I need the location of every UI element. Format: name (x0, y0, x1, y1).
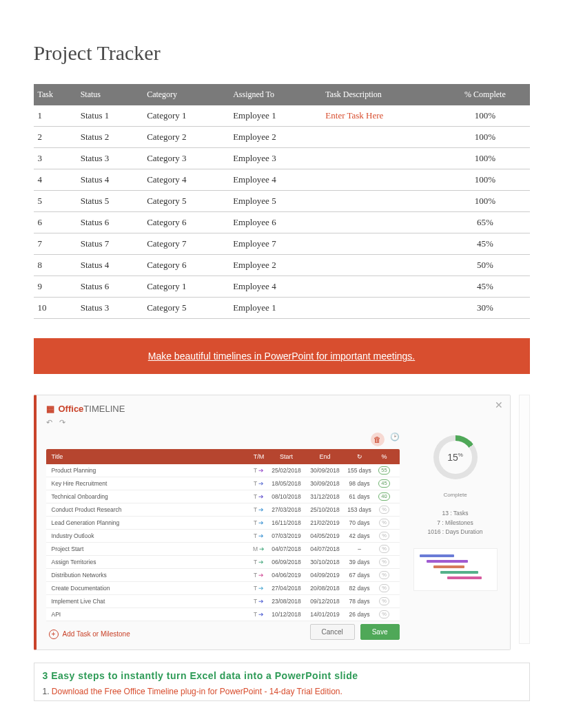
cell-category: Category 2 (143, 127, 229, 148)
download-link[interactable]: Download the Free Office Timeline plug-i… (52, 687, 342, 696)
timeline-row[interactable]: APIT ➔10/12/201814/01/201926 days% (46, 608, 400, 621)
cell-description[interactable] (321, 127, 440, 148)
cell-description[interactable] (321, 233, 440, 255)
cancel-button[interactable]: Cancel (310, 624, 355, 640)
timeline-row[interactable]: Implement Live ChatT ➔23/08/201809/12/20… (46, 595, 400, 608)
timeline-table-header: Title T/M Start End ↻ % (46, 449, 400, 464)
timeline-row[interactable]: Distribution NetworksT ➔04/06/201904/09/… (46, 569, 400, 582)
cell-category: Category 3 (143, 148, 229, 169)
table-row: 4Status 4Category 4Employee 4100% (34, 169, 530, 191)
cell-duration: 155 days (345, 467, 375, 474)
cell-duration: 70 days (345, 519, 375, 526)
arrow-icon: ➔ (258, 519, 264, 526)
arrow-icon: ➔ (258, 598, 264, 605)
cell-tm: T ➔ (251, 480, 267, 487)
arrow-icon: ➔ (258, 611, 264, 618)
cell-description[interactable]: Enter Task Here (321, 105, 440, 127)
cell-description[interactable] (321, 298, 440, 319)
close-icon[interactable]: ✕ (495, 399, 503, 410)
cell-duration: – (345, 545, 375, 552)
cell-tm: M ➔ (251, 545, 267, 552)
timeline-row[interactable]: Conduct Product ResearchT ➔27/03/201825/… (46, 503, 400, 517)
cell-description[interactable] (321, 148, 440, 169)
cell-description[interactable] (321, 276, 440, 298)
cell-title: Lead Generation Planning (52, 519, 251, 526)
cell-status: Status 5 (76, 191, 143, 212)
timeline-row[interactable]: Lead Generation PlanningT ➔16/11/201821/… (46, 517, 400, 530)
table-row: 10Status 3Category 5Employee 130% (34, 298, 530, 319)
cell-start: 27/03/2018 (267, 506, 306, 513)
cell-pct: % (375, 610, 394, 618)
cell-description[interactable] (321, 255, 440, 276)
cell-start: 06/09/2018 (267, 559, 306, 565)
cta-link[interactable]: Make beautiful timelines in PowerPoint f… (148, 351, 416, 362)
cell-tm: T ➔ (251, 611, 267, 618)
cell-pct: % (375, 597, 394, 605)
cell-pct: % (375, 545, 394, 553)
timeline-row[interactable]: Create DocumentationT ➔27/04/201820/08/2… (46, 582, 400, 595)
cell-start: 07/03/2019 (267, 532, 306, 539)
cell-task: 4 (34, 169, 76, 191)
timeline-row[interactable]: Key Hire RecruitmentT ➔18/05/201830/09/2… (46, 477, 400, 490)
col-status: Status (76, 84, 143, 105)
cell-status: Status 1 (76, 105, 143, 127)
arrow-icon: ➔ (258, 532, 264, 539)
cell-description[interactable] (321, 212, 440, 233)
cell-start: 16/11/2018 (267, 519, 306, 526)
cell-duration: 67 days (345, 572, 375, 579)
cell-tm: T ➔ (251, 572, 267, 579)
col-pct-complete: % Complete (440, 84, 529, 105)
cell-pct: 45% (440, 276, 529, 298)
add-task-button[interactable]: + Add Task or Milestone (46, 623, 133, 639)
cell-title: Industry Outlook (52, 532, 251, 539)
cell-pct: 40 (375, 492, 394, 501)
cell-tm: T ➔ (251, 506, 267, 513)
cell-pct: % (375, 532, 394, 540)
cell-end: 14/01/2019 (306, 611, 345, 618)
cell-assigned: Employee 2 (229, 255, 321, 276)
cell-start: 04/06/2019 (267, 572, 306, 579)
history-icon[interactable]: 🕑 (390, 433, 400, 446)
cell-end: 31/12/2018 (306, 493, 345, 500)
cell-duration: 98 days (345, 480, 375, 487)
table-row: 8Status 4Category 6Employee 250% (34, 255, 530, 276)
side-strip (519, 395, 530, 644)
cell-pct: % (375, 558, 394, 566)
cell-end: 30/09/2018 (306, 480, 345, 487)
timeline-row[interactable]: Project StartM ➔04/07/201804/07/2018–% (46, 543, 400, 556)
cell-end: 04/09/2019 (306, 572, 345, 579)
undo-icon[interactable]: ↶ (46, 418, 52, 427)
cell-status: Status 3 (76, 298, 143, 319)
cell-category: Category 4 (143, 169, 229, 191)
cell-category: Category 6 (143, 255, 229, 276)
cell-description[interactable] (321, 169, 440, 191)
brand-logo: ▦ OfficeTIMELINE (46, 404, 500, 414)
trash-icon[interactable]: 🗑 (371, 433, 385, 446)
cell-task: 2 (34, 127, 76, 148)
timeline-row[interactable]: Industry OutlookT ➔07/03/201904/05/20194… (46, 530, 400, 543)
timeline-row[interactable]: Product PlanningT ➔25/02/201830/09/20181… (46, 464, 400, 477)
timeline-row[interactable]: Technical OnboardingT ➔08/10/201831/12/2… (46, 490, 400, 503)
cell-assigned: Employee 3 (229, 148, 321, 169)
page-title: Project Tracker (34, 41, 530, 65)
plus-icon: + (49, 630, 59, 639)
cell-pct: 100% (440, 105, 529, 127)
donut-label: Complete (443, 492, 467, 498)
cell-duration: 78 days (345, 598, 375, 605)
office-timeline-panel: ✕ ▦ OfficeTIMELINE ↶ ↷ 🗑 🕑 Title T/M (34, 395, 511, 650)
redo-icon[interactable]: ↷ (59, 418, 65, 427)
cell-category: Category 5 (143, 191, 229, 212)
cell-start: 25/02/2018 (267, 467, 306, 474)
cell-status: Status 6 (76, 276, 143, 298)
cell-description[interactable] (321, 191, 440, 212)
cell-category: Category 7 (143, 233, 229, 255)
timeline-row[interactable]: Assign TerritoriesT ➔06/09/201830/10/201… (46, 556, 400, 569)
arrow-icon: ➔ (258, 467, 264, 474)
cell-tm: T ➔ (251, 532, 267, 539)
cell-tm: T ➔ (251, 519, 267, 526)
save-button[interactable]: Save (360, 624, 400, 640)
cell-pct: 50% (440, 255, 529, 276)
cell-status: Status 7 (76, 233, 143, 255)
arrow-icon: ➔ (258, 585, 264, 592)
steps-box: 3 Easy steps to instantly turn Excel dat… (34, 663, 530, 701)
